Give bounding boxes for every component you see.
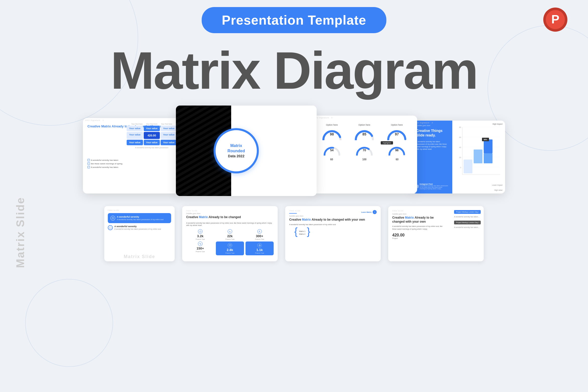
gauge-value-5: 70 xyxy=(363,149,366,152)
svg-text:40: 40 xyxy=(459,146,461,148)
option-3: Option here xyxy=(391,124,403,126)
bc4-title: Creative Matrix Already to be changed wi… xyxy=(392,216,443,224)
ppt-icon: P xyxy=(543,7,568,32)
bc3-guideline: Subtitle goes here xyxy=(289,215,377,217)
svg-point-28 xyxy=(259,231,260,231)
bc1-item-white: A wonderful serenity A wonderful serenit… xyxy=(108,225,171,230)
slide-right-1: 2022 Signature 3 Option here Option here… xyxy=(312,116,417,193)
bottom-slides: FREE SLIDE A wonderful serenity A wonder… xyxy=(0,206,588,261)
bottom-card-2: FREE SLIDE Subtitle goes here Creative M… xyxy=(182,206,278,261)
fr-title: Creative Things Slide ready. xyxy=(416,128,448,137)
bc1-label: Matrix Slide xyxy=(104,254,175,259)
stat-value-2: 22k xyxy=(227,234,233,238)
stat-blue-1: 2.8k Projects Type xyxy=(216,241,244,255)
gauge-value-2: 85 xyxy=(362,132,366,136)
svg-point-7 xyxy=(418,186,418,186)
svg-text:88%: 88% xyxy=(484,139,487,140)
matrix-cell: Your value xyxy=(144,126,160,131)
stat-label-3: Projects Type xyxy=(255,238,264,240)
left1-footer: A wonderful serenity has taken possessio… xyxy=(127,147,177,149)
svg-text:60: 60 xyxy=(459,136,461,138)
matrix-cell: Your value xyxy=(161,140,177,145)
gauge-val-7: 60 xyxy=(330,158,333,161)
bc2-guideline: Subtitle goes here xyxy=(186,213,274,214)
matrix-cell: Your value xyxy=(127,126,143,131)
matrix-cell: Your value xyxy=(144,140,160,145)
far-right-blue-panel: Subtitle goes here Creative Things Slide… xyxy=(412,121,452,193)
bc1-page-label: FREE SLIDE xyxy=(108,210,171,211)
stat-label-6: Projects Type xyxy=(255,252,264,254)
option-2: Option here xyxy=(358,124,370,126)
stat-label-4: Projects Type xyxy=(196,251,205,252)
bc3-accent-line xyxy=(289,213,297,214)
bc4-tags-panel: Project Meetup London Day 1 A wonderful … xyxy=(451,206,484,261)
gauge-value-3: 97 xyxy=(395,132,399,136)
svg-text:20: 20 xyxy=(459,157,461,158)
bottom-card-3: FREE SLIDE Subtitle goes here Creative M… xyxy=(285,206,381,261)
circle-line3: Data 2022 xyxy=(227,154,245,158)
matrix-cell: Your value xyxy=(161,132,177,139)
highlights-badge: Highlights! xyxy=(381,141,393,144)
bottom-card-1: FREE SLIDE A wonderful serenity A wonder… xyxy=(104,206,175,261)
stat-value-4: 150+ xyxy=(197,247,204,250)
matrix-scatter-chart: 80 60 40 20 0 xyxy=(455,124,503,185)
bc4-tag-2: Project Meetup London Day 1 xyxy=(454,221,481,224)
badge-label: Presentation Template xyxy=(222,13,366,27)
bottom-card-4: FREE SLIDE Subtitle goes here Creative M… xyxy=(388,206,484,261)
bc4-tag-1-sub: A wonderful serenity has taken... xyxy=(454,216,481,218)
svg-text:P: P xyxy=(551,13,559,26)
stat-label-2: Projects Type xyxy=(225,238,234,240)
stat-value-3: 300+ xyxy=(256,234,263,238)
slides-row: 2022 Signature 1 Creative Matrix Already… xyxy=(0,111,588,196)
gauge-value-6: 98 xyxy=(395,149,399,152)
bc1-item1-title: A wonderful serenity xyxy=(117,216,164,218)
svg-rect-21 xyxy=(474,150,482,163)
circle-line1: Matrix xyxy=(227,143,245,149)
bc3-body: A wonderful serenity has taken possessio… xyxy=(289,223,377,226)
option-1: Option here xyxy=(326,124,338,126)
bc1-item-blue: A wonderful serenity A wonderful serenit… xyxy=(108,213,171,223)
matrix-cell: Your value xyxy=(161,126,177,131)
far-right-chart-panel: High Impact Lower Impact High value 80 6… xyxy=(452,121,505,193)
matrix-cell: Your value xyxy=(127,132,143,139)
svg-text:80: 80 xyxy=(459,126,461,128)
bc3-matrix-braces: { Matrix 1 Matrix 2 } xyxy=(294,229,377,236)
slide-left-1: 2022 Signature 1 Creative Matrix Already… xyxy=(83,118,181,193)
fr-instagram: Instagram Feed A wonderful serenity has … xyxy=(416,183,448,189)
gauge-value-1: 98 xyxy=(330,132,334,136)
bc1-item2-sub: A wonderful serenity has taken possessio… xyxy=(114,228,161,230)
slide-far-right: 2022 Signature 4 Subtitle goes here Crea… xyxy=(412,121,505,193)
header-badge: Presentation Template xyxy=(202,7,386,33)
gauge-val-9: 60 xyxy=(396,158,399,161)
bc4-tag-1: Project Meetup London Day 1 xyxy=(454,210,481,214)
svg-rect-22 xyxy=(484,139,493,153)
stat-label-1: Projects Type xyxy=(196,238,205,240)
high-value-label: High value xyxy=(494,189,503,191)
svg-rect-20 xyxy=(464,160,472,173)
bc2-page-label: FREE SLIDE xyxy=(186,210,274,212)
bc4-body: A wonderful serenity has taken possessio… xyxy=(392,225,443,230)
matrix-cell-highlight: 420.00 xyxy=(144,132,160,139)
svg-rect-23 xyxy=(484,153,493,163)
slide-center: 2022 Signature 3 xyxy=(176,106,317,196)
matrix-circle: Matrix Rounded Data 2022 xyxy=(214,128,259,173)
matrix-cell: Your value xyxy=(127,140,143,145)
bc2-body: A wonderful serenity has taken possessio… xyxy=(186,222,274,227)
bc1-item2-title: A wonderful serenity xyxy=(114,225,161,228)
stat-value-5: 2.8k xyxy=(227,248,233,252)
left1-checks: ✓A wonderful serenity has taken ✓like th… xyxy=(87,159,176,168)
bc1-item1-sub: A wonderful serenity has taken possessio… xyxy=(117,219,164,220)
svg-text:0: 0 xyxy=(460,167,461,168)
stat-value-1: 3.2k xyxy=(197,234,203,238)
stat-value-6: 1.1k xyxy=(256,248,263,252)
svg-point-27 xyxy=(200,231,201,232)
bc4-tag-2-sub: A wonderful serenity has taken... xyxy=(454,226,481,228)
stat-label-5: Projects Type xyxy=(225,252,234,254)
circle-line2: Rounded xyxy=(227,149,245,154)
main-title: Matrix Diagram xyxy=(0,40,588,101)
fr-guideline: Subtitle goes here xyxy=(416,125,448,126)
fr-ig-label: Instagram Feed xyxy=(420,183,448,185)
bc3-learn-matrix: Learn Matrix xyxy=(361,210,377,214)
bc2-stats-grid: 3.2k Projects Type 22k Projects Type 300… xyxy=(186,229,274,255)
fr-ig-sub: A wonderful serenity has taken possessio… xyxy=(420,185,448,189)
